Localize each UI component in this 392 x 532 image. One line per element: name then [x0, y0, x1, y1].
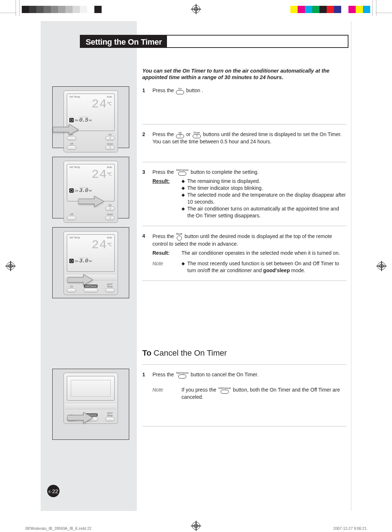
note-list: The most recently used function is set b… [181, 260, 347, 274]
remote-off-button [67, 146, 76, 150]
step-2: 2 Press the Up▽ or Down▽ buttons until t… [142, 131, 347, 145]
result-label: Result: [152, 250, 171, 257]
step-number: 1 [142, 87, 147, 94]
divider [142, 162, 347, 162]
divider [142, 226, 347, 226]
step-text: Press the [152, 87, 175, 93]
down-button-icon: Down▽ [193, 131, 201, 138]
lcd-settemp-label: Set Temp. [69, 236, 81, 239]
lcd-hr-label: Hr [89, 119, 91, 122]
lcd-timer-value: 3.0 [79, 258, 88, 264]
result-item: The air conditioner turns on automatical… [181, 205, 347, 219]
page-title-box: Setting the On Timer [80, 35, 348, 48]
result-list: The remaining time is displayed. The tim… [181, 178, 347, 219]
step-number: 3 [142, 169, 147, 220]
step-text: Press the [152, 169, 175, 175]
step-number: 2 [142, 131, 147, 145]
lcd-unit: ℃ [107, 102, 112, 107]
svg-marker-2 [68, 274, 93, 285]
btn-up-label: Up [109, 133, 111, 136]
page-number-badge: E-22 [47, 485, 60, 497]
step-3: 3 Press the Set/Cancel button to complet… [142, 169, 347, 220]
step-text: button to cancel the On Timer. [191, 372, 258, 377]
lcd-temp: 24 [91, 168, 107, 181]
btn-up-label: Up [109, 204, 111, 206]
divider [142, 364, 347, 365]
page-number: 22 [52, 488, 58, 494]
btn-on-label: On [70, 285, 73, 288]
crop-mark [376, 13, 392, 13]
setcancel-button-icon: Set/Cancel [219, 387, 231, 394]
figure-remote-2: Set Temp.Auto 24℃ On3.0Hr Up▽ Off Down▽ [52, 157, 129, 218]
btn-goodsleep-label-a: good' [107, 283, 113, 285]
lcd-auto-label: Auto [107, 166, 112, 168]
svg-marker-1 [78, 196, 104, 207]
step-number: 4 [142, 233, 147, 274]
setcancel-button-icon: Set/Cancel [176, 372, 188, 378]
btn-goodsleep-label-a: good' [107, 412, 113, 414]
figure-remote-4: On Set/Cancel good'sleep [52, 369, 129, 440]
step-text: Press the [152, 233, 175, 239]
crop-mark [16, 0, 16, 16]
cancel-step-1: 1 Press the Set/Cancel button to cancel … [142, 371, 347, 401]
lcd-settemp-label: Set Temp. [69, 95, 81, 98]
footer-timestamp: 2007-12-27 9:06:21 [333, 526, 367, 531]
lcd-unit: ℃ [107, 242, 112, 247]
remote-down-button: ▽ [105, 146, 115, 150]
registration-mark-icon [192, 5, 200, 13]
lcd-on-label: On [75, 119, 78, 122]
btn-down-label: Down [107, 213, 113, 216]
lcd-auto-label: Auto [107, 95, 112, 98]
up-button-icon: Up▽ [176, 131, 184, 138]
remote-goodsleep-button [105, 417, 115, 421]
result-item: The selected mode and the temperature on… [181, 192, 347, 205]
page-title: Setting the On Timer [81, 36, 167, 47]
remote-up-button: ▽ [105, 206, 115, 211]
lcd-hr-label: Hr [89, 260, 91, 262]
page-sheet: Setting the On Timer Set Temp.Auto 24℃ O… [41, 21, 351, 511]
crop-mark [376, 0, 376, 16]
svg-marker-0 [53, 124, 78, 135]
remote-off-button [67, 216, 76, 220]
lcd-settemp-label: Set Temp. [69, 166, 81, 168]
clock-icon [69, 188, 74, 193]
remote-goodsleep-button [105, 288, 115, 292]
crop-mark [372, 0, 373, 16]
note-label: Note [152, 386, 171, 401]
pointer-arrow-icon [78, 196, 104, 207]
registration-mark-icon [377, 262, 385, 270]
section-heading: To Cancel the On Timer [142, 348, 347, 358]
print-footer: 08'Moderato_IB_28593A_IB_E.indd 22 2007-… [25, 526, 367, 531]
btn-goodsleep-label-b: sleep [107, 285, 113, 288]
color-bar-left [22, 6, 102, 13]
crop-mark [0, 13, 16, 13]
divider [142, 426, 347, 426]
result-label: Result: [152, 178, 171, 219]
lcd-blank [71, 380, 111, 397]
step-1: 1 Press the On button . [142, 87, 347, 94]
btn-goodsleep-label-b: sleep [107, 414, 113, 417]
btn-down-label: Down [107, 143, 113, 145]
result-item: The timer indicator stops blinking. [181, 185, 347, 192]
mode-button-icon: Mode [176, 233, 183, 241]
figure-remote-1: Set Temp.Auto 24℃ On0.5Hr On Up▽ Off Dow… [52, 86, 129, 148]
lcd-on-label: On [75, 260, 78, 262]
footer-filename: 08'Moderato_IB_28593A_IB_E.indd 22 [25, 526, 91, 531]
figure-remote-3: Set Temp.Auto 24℃ On3.0Hr On Set/Cancel … [52, 227, 129, 298]
lcd-auto-label: Auto [107, 236, 112, 239]
setcancel-button-icon: Set/Cancel [176, 169, 188, 176]
divider [142, 281, 347, 281]
result-item: The remaining time is displayed. [181, 178, 347, 185]
remote-setcancel-button [83, 288, 98, 292]
btn-off-label: Off [70, 213, 73, 216]
remote-on-button [67, 136, 76, 140]
btn-off-label: Off [70, 143, 73, 145]
remote-on-button [67, 288, 76, 292]
clock-icon [69, 259, 74, 263]
step-text: button . [186, 87, 203, 93]
registration-mark-icon [7, 262, 15, 270]
divider [142, 124, 347, 124]
note-text: If you press the Set/Cancel button, both… [181, 386, 347, 401]
note-label: Note [152, 260, 171, 274]
pointer-arrow-icon [68, 274, 93, 285]
